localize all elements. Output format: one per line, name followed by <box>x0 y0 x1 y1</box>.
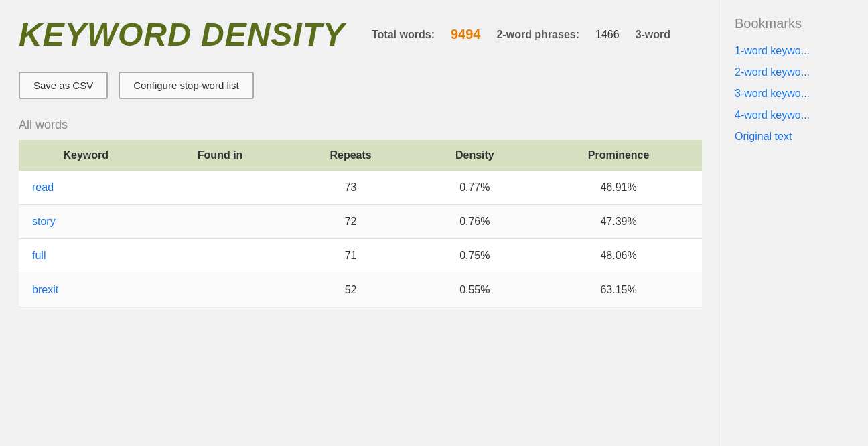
table-header: Keyword Found in Repeats Density Promine… <box>19 140 702 171</box>
prominence-cell: 46.91% <box>535 171 702 205</box>
repeats-cell: 52 <box>287 273 415 307</box>
main-content: KEYWORD DENSITY Total words: 9494 2-word… <box>0 0 721 446</box>
col-keyword: Keyword <box>19 140 153 171</box>
total-words-value: 9494 <box>451 27 481 42</box>
phrase-2-label: 2-word phrases: <box>496 29 579 41</box>
table-row: read730.77%46.91% <box>19 171 702 205</box>
keyword-link[interactable]: read <box>32 181 54 193</box>
button-row: Save as CSV Configure stop-word list <box>19 72 702 99</box>
col-repeats: Repeats <box>287 140 415 171</box>
sidebar-link[interactable]: 4-word keywo... <box>735 109 855 121</box>
density-cell: 0.77% <box>414 171 535 205</box>
sidebar-link[interactable]: 1-word keywo... <box>735 45 855 57</box>
found-in-cell <box>153 205 287 239</box>
keyword-link[interactable]: story <box>32 216 56 227</box>
page-wrapper: KEYWORD DENSITY Total words: 9494 2-word… <box>0 0 868 446</box>
keyword-cell: full <box>19 239 153 273</box>
sidebar-link[interactable]: Original text <box>735 131 855 143</box>
sidebar-title: Bookmarks <box>735 16 855 31</box>
keyword-cell: brexit <box>19 273 153 307</box>
keyword-link[interactable]: brexit <box>32 284 58 295</box>
page-title: KEYWORD DENSITY <box>19 16 345 53</box>
repeats-cell: 71 <box>287 239 415 273</box>
repeats-cell: 72 <box>287 205 415 239</box>
found-in-cell <box>153 273 287 307</box>
save-csv-button[interactable]: Save as CSV <box>19 72 108 99</box>
stats-row: Total words: 9494 2-word phrases: 1466 3… <box>372 27 670 42</box>
keyword-cell: read <box>19 171 153 205</box>
density-cell: 0.55% <box>414 273 535 307</box>
phrase-3-label: 3-word <box>636 29 670 41</box>
found-in-cell <box>153 239 287 273</box>
found-in-cell <box>153 171 287 205</box>
prominence-cell: 47.39% <box>535 205 702 239</box>
header-row: KEYWORD DENSITY Total words: 9494 2-word… <box>19 16 702 53</box>
prominence-cell: 48.06% <box>535 239 702 273</box>
sidebar: Bookmarks 1-word keywo...2-word keywo...… <box>721 0 868 446</box>
keyword-table: Keyword Found in Repeats Density Promine… <box>19 140 702 307</box>
col-prominence: Prominence <box>535 140 702 171</box>
table-row: story720.76%47.39% <box>19 205 702 239</box>
density-cell: 0.76% <box>414 205 535 239</box>
configure-stop-word-button[interactable]: Configure stop-word list <box>119 72 254 99</box>
total-words-label: Total words: <box>372 29 435 41</box>
table-row: full710.75%48.06% <box>19 239 702 273</box>
table-body: read730.77%46.91%story720.76%47.39%full7… <box>19 171 702 307</box>
prominence-cell: 63.15% <box>535 273 702 307</box>
phrase-2-value: 1466 <box>595 29 620 41</box>
col-found-in: Found in <box>153 140 287 171</box>
keyword-cell: story <box>19 205 153 239</box>
table-row: brexit520.55%63.15% <box>19 273 702 307</box>
repeats-cell: 73 <box>287 171 415 205</box>
sidebar-link[interactable]: 3-word keywo... <box>735 88 855 100</box>
col-density: Density <box>414 140 535 171</box>
density-cell: 0.75% <box>414 239 535 273</box>
section-label: All words <box>19 118 702 132</box>
keyword-link[interactable]: full <box>32 250 46 261</box>
sidebar-link[interactable]: 2-word keywo... <box>735 66 855 78</box>
sidebar-links: 1-word keywo...2-word keywo...3-word key… <box>735 45 855 143</box>
